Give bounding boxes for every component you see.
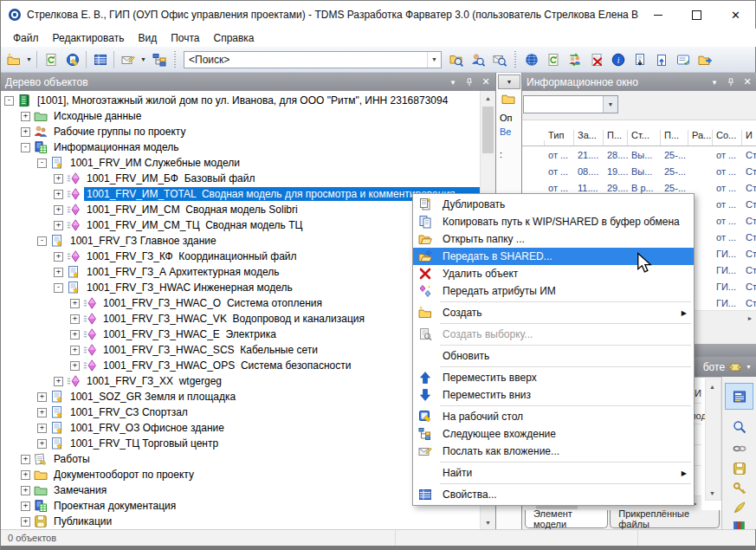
tree-expander[interactable]: + (54, 205, 63, 215)
search-combobox[interactable]: <Поиск>▼ (184, 51, 442, 68)
tree-expander[interactable]: - (54, 283, 63, 293)
folder-new-button[interactable] (3, 49, 24, 70)
tree-expander[interactable]: + (54, 190, 63, 199)
tree-item[interactable]: +Проектная документация (1, 498, 481, 514)
toolbar-grip[interactable] (172, 51, 178, 68)
tree-item[interactable]: +1001_FRV_ИМ_БФ Базовый файл (1, 171, 481, 186)
quill-tool-button[interactable] (729, 497, 750, 518)
context-menu-item[interactable]: Переместить вниз (413, 386, 694, 404)
tree-item[interactable]: +Замечания (1, 482, 481, 498)
tree-item[interactable]: +1001_FRV_ГЗ_HWAC_SCS Кабельные сети (1, 342, 481, 358)
tab-model-element[interactable]: Элемент модели (525, 510, 608, 528)
tree-item[interactable]: -[1001], Многоэтажный жилой дом по ул. И… (1, 93, 481, 108)
context-menu-item[interactable]: Обновить (413, 347, 694, 365)
column-header[interactable] (522, 140, 545, 146)
chevron-down-icon[interactable]: ▼ (603, 96, 617, 113)
tree-item[interactable]: +Рабочие группы по проекту (1, 124, 481, 139)
folder-export-button[interactable] (694, 49, 715, 70)
tab-attached-files[interactable]: Прикреплённые файлы (610, 510, 720, 528)
table-row[interactable]: от ...21....28....Вы...25-...от ...Ст (522, 146, 756, 163)
tree-expander[interactable]: + (70, 314, 80, 324)
tree-expander[interactable]: - (21, 143, 30, 152)
search-mail-button[interactable] (488, 49, 510, 70)
doc-refresh-button[interactable] (542, 49, 564, 70)
maximize-button[interactable] (677, 2, 716, 29)
tree-item[interactable]: +1001_FRV_ГЗ_HWAC_OPS Система безопаснос… (1, 358, 481, 373)
context-menu-item[interactable]: Копировать путь к WIP/SHARED в буфер обм… (413, 213, 694, 230)
context-menu-item[interactable]: Переместить вверх (413, 369, 694, 386)
toolbar-grip[interactable] (513, 51, 518, 68)
tree-expander[interactable]: + (21, 501, 30, 511)
context-menu-item[interactable]: Следующее вхождение (413, 425, 694, 443)
chevron-down-icon[interactable]: ▼ (746, 364, 752, 370)
tree-item[interactable]: +1001_FRV_ГЗ_HWAC_Е Электрика (1, 327, 481, 342)
scroll-up-icon[interactable]: ▲ (706, 379, 719, 393)
tree-item[interactable]: +1001_FRV_ТЦ Торговый центр (1, 436, 481, 451)
column-header[interactable]: И (742, 130, 756, 146)
chevron-down-icon[interactable]: ▼ (427, 52, 441, 68)
doc-down-button[interactable] (629, 49, 650, 70)
tree-expander[interactable]: + (70, 330, 80, 340)
tree-scroll-thumb[interactable] (482, 107, 494, 153)
close-button[interactable]: ✕ (716, 2, 755, 29)
tree-item[interactable]: +Документооборот по проекту (1, 467, 481, 482)
table-props-button[interactable] (89, 49, 111, 70)
scroll-up-icon[interactable]: ▲ (481, 91, 495, 105)
tree-expander[interactable]: - (37, 159, 47, 168)
tree-item[interactable]: +1001_FRV_ИМ_СМ_ТЦ Сводная модель ТЦ (1, 217, 481, 233)
tree-item[interactable]: +Работы (1, 451, 481, 467)
column-header[interactable]: П... (604, 130, 628, 146)
column-header[interactable]: Тип (545, 130, 574, 146)
menu-3[interactable]: Почта (164, 30, 206, 46)
tree-expander[interactable]: + (70, 299, 80, 308)
tree-item[interactable]: -1001_FRV_ГЗ_HWAC Инженерная модель (1, 280, 481, 295)
menu-4[interactable]: Справка (206, 30, 261, 46)
panel-menu-icon[interactable]: ▾ (709, 77, 720, 87)
doc-edit-button[interactable] (61, 49, 83, 70)
tree-expander[interactable]: + (54, 174, 63, 184)
tree-item[interactable]: +Исходные данные (1, 108, 481, 124)
tree-item[interactable]: +1001_FRV_СЗ Спортзал (1, 404, 481, 420)
tree-expander[interactable]: + (37, 439, 47, 449)
tree-expander[interactable]: + (21, 470, 30, 480)
close-panel-icon[interactable]: ✕ (481, 77, 491, 87)
notes-button[interactable] (672, 49, 694, 70)
info-button[interactable]: i (607, 49, 629, 70)
tree-expander[interactable]: + (54, 377, 63, 386)
floppy-tool-button[interactable] (729, 458, 750, 479)
tree-expander[interactable]: - (37, 236, 47, 246)
tree-expander[interactable]: + (37, 392, 47, 402)
users-sync-button[interactable] (564, 49, 585, 70)
context-menu-item[interactable]: Передать атрибуты ИМ (413, 282, 694, 300)
menu-2[interactable]: Вид (131, 30, 164, 46)
dropdown-arrow-icon[interactable]: ▼ (24, 49, 34, 70)
context-menu-item[interactable]: Дублировать (413, 196, 694, 213)
strip-expand-icon[interactable]: ▼ (498, 74, 520, 89)
panel-menu-icon[interactable]: ▾ (448, 77, 458, 87)
context-menu-item[interactable]: Создать выборку... (413, 326, 694, 343)
list-doc-tool-button[interactable] (725, 383, 753, 410)
tree-view-button[interactable] (148, 49, 170, 70)
tree-item[interactable]: +1001_FRV_ГЗ_ХХ wtgergeg (1, 373, 481, 389)
tree-item[interactable]: +1001_SOZ_GR Земля и площадка (1, 389, 481, 404)
link-tool-button[interactable] (729, 438, 750, 459)
tree-expander[interactable]: + (54, 268, 63, 277)
dropdown-arrow-icon[interactable]: ▼ (139, 49, 148, 70)
column-header[interactable]: Ст... (628, 130, 661, 146)
tree-expander[interactable]: + (37, 424, 47, 433)
context-menu-item[interactable]: Создать▶ (413, 304, 694, 321)
doc-up-button[interactable] (650, 49, 672, 70)
tree-item[interactable]: +Публикации (1, 514, 481, 529)
context-menu-item[interactable]: Послать как вложение... (413, 443, 694, 460)
mail-edit-button[interactable] (117, 49, 139, 70)
tree-expander[interactable]: + (54, 221, 63, 230)
tree-item[interactable]: +1001_FRV_ИМ_СМ Сводная модель Solibri (1, 202, 481, 217)
close-panel-icon[interactable]: ✕ (742, 77, 753, 87)
column-header[interactable]: За... (574, 130, 604, 146)
menu-1[interactable]: Редактировать (46, 30, 132, 46)
tree-expander[interactable]: + (54, 252, 63, 262)
scroll-right-icon[interactable]: ► (743, 311, 756, 325)
globe-button[interactable] (520, 49, 542, 70)
tree-item[interactable]: -Информационная модель (1, 139, 481, 155)
tree-expander[interactable]: + (21, 455, 30, 464)
